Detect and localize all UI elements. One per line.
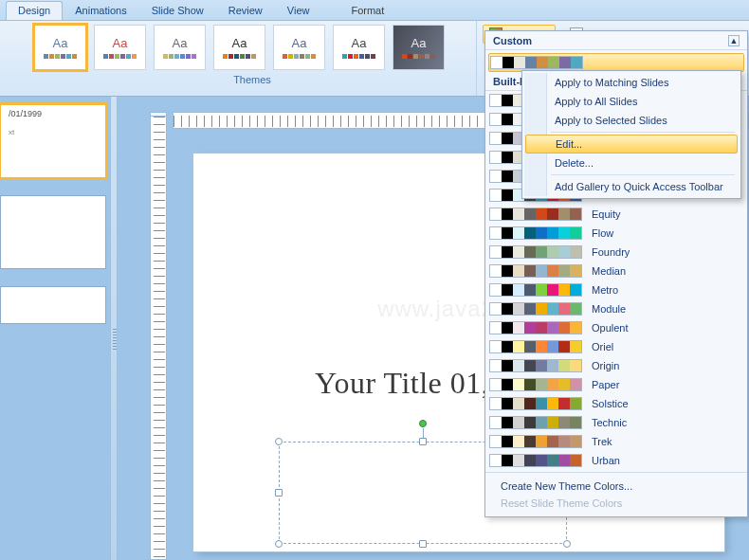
scheme-swatches <box>489 302 582 316</box>
theme-tile[interactable]: Aa <box>34 25 86 70</box>
scheme-swatches <box>489 264 582 278</box>
scheme-swatches <box>489 283 582 297</box>
scheme-name: Technic <box>592 417 627 428</box>
scheme-swatches <box>489 435 582 448</box>
tab-slideshow[interactable]: Slide Show <box>139 1 216 20</box>
color-scheme-row[interactable]: Paper <box>485 375 747 394</box>
ctx-add-qat[interactable]: Add Gallery to Quick Access Toolbar <box>524 177 739 196</box>
scheme-swatches <box>489 208 582 221</box>
resize-handle[interactable] <box>275 540 283 548</box>
tab-animations[interactable]: Animations <box>63 1 138 20</box>
scheme-name: Origin <box>592 360 619 371</box>
thumb-text: xt <box>9 128 105 136</box>
theme-tile[interactable]: Aa <box>393 25 445 70</box>
resize-handle[interactable] <box>419 438 427 445</box>
theme-aa: Aa <box>53 36 68 50</box>
scheme-swatches <box>489 340 582 353</box>
theme-aa: Aa <box>352 36 367 50</box>
theme-gallery[interactable]: Aa Aa Aa Aa Aa Aa Aa <box>34 25 470 70</box>
tab-design[interactable]: Design <box>6 1 63 20</box>
tab-view[interactable]: View <box>275 1 322 20</box>
ribbon-tabs: Design Animations Slide Show Review View… <box>0 0 749 21</box>
scheme-swatches <box>489 245 582 259</box>
scheme-swatches <box>489 359 582 372</box>
reset-slide-theme-colors: Reset Slide Theme Colors <box>493 495 740 512</box>
slide-title[interactable]: Your Title 01, <box>315 366 489 401</box>
color-scheme-row[interactable]: Median <box>485 262 747 280</box>
panel-section-custom: Custom ▲ <box>485 31 747 50</box>
scheme-name: Oriel <box>592 341 613 352</box>
scroll-up-icon[interactable]: ▲ <box>728 35 740 46</box>
slide-thumbnail[interactable] <box>0 286 106 324</box>
context-menu: Apply to Matching Slides Apply to All Sl… <box>521 70 741 199</box>
slide-thumbnail[interactable]: /01/1999 xt <box>0 104 106 178</box>
ctx-apply-all[interactable]: Apply to All Slides <box>524 92 739 111</box>
resize-handle[interactable] <box>275 489 283 497</box>
scheme-name: Paper <box>592 379 619 390</box>
themes-group-label: Themes <box>34 74 470 85</box>
scheme-name: Median <box>592 265 626 277</box>
create-new-theme-colors[interactable]: Create New Theme Colors... <box>493 478 740 495</box>
theme-tile[interactable]: Aa <box>154 25 206 70</box>
ctx-edit[interactable]: Edit... <box>525 135 738 154</box>
scheme-swatches <box>489 378 582 391</box>
color-scheme-row[interactable]: Technic <box>485 413 747 432</box>
resize-handle[interactable] <box>419 540 427 548</box>
theme-aa: Aa <box>292 36 307 50</box>
scheme-name: Trek <box>592 436 612 447</box>
scheme-swatches <box>489 397 582 410</box>
vertical-ruler <box>150 116 167 560</box>
resize-handle[interactable] <box>275 438 283 445</box>
scheme-swatches <box>489 416 582 429</box>
scheme-name: Urban <box>592 455 620 466</box>
scheme-name: Metro <box>592 284 618 296</box>
scheme-name: Flow <box>592 227 613 239</box>
slide-thumbnail[interactable] <box>0 195 106 269</box>
color-scheme-row[interactable] <box>488 53 744 72</box>
color-scheme-row[interactable]: Trek <box>485 432 747 451</box>
theme-tile[interactable]: Aa <box>94 25 146 70</box>
color-scheme-row[interactable]: Foundry <box>485 243 747 262</box>
color-scheme-row[interactable]: Metro <box>485 280 747 299</box>
rotate-handle[interactable] <box>419 420 427 427</box>
scheme-name: Equity <box>592 208 621 220</box>
themes-group: Aa Aa Aa Aa Aa Aa Aa Themes <box>0 21 476 96</box>
menu-separator <box>551 132 735 133</box>
ctx-delete[interactable]: Delete... <box>524 154 739 172</box>
theme-aa: Aa <box>232 36 247 50</box>
theme-aa: Aa <box>173 36 188 50</box>
color-scheme-row[interactable]: Module <box>485 299 747 318</box>
panel-footer: Create New Theme Colors... Reset Slide T… <box>485 472 747 516</box>
color-scheme-row[interactable]: Equity <box>485 205 747 224</box>
theme-aa: Aa <box>113 36 128 50</box>
scheme-name: Module <box>592 303 626 315</box>
slide-thumbnails: /01/1999 xt <box>0 104 110 341</box>
scheme-name: Solstice <box>592 398 629 409</box>
scheme-swatches <box>489 454 582 467</box>
resize-handle[interactable] <box>563 540 571 548</box>
scheme-swatches <box>489 226 582 240</box>
menu-separator <box>551 174 735 175</box>
theme-aa: Aa <box>411 36 427 50</box>
color-scheme-row[interactable]: Oriel <box>485 337 747 356</box>
scheme-name: Opulent <box>592 322 629 334</box>
color-scheme-row[interactable]: Solstice <box>485 394 747 413</box>
theme-tile[interactable]: Aa <box>333 25 385 70</box>
theme-tile[interactable]: Aa <box>213 25 265 70</box>
section-label: Custom <box>493 35 532 46</box>
scheme-name: Foundry <box>592 246 630 258</box>
pane-splitter[interactable] <box>110 97 118 560</box>
tab-format[interactable]: Format <box>338 1 396 20</box>
scheme-swatches <box>490 56 583 69</box>
color-scheme-row[interactable]: Origin <box>485 356 747 375</box>
color-scheme-row[interactable]: Flow <box>485 224 747 243</box>
thumb-title: /01/1999 <box>9 109 105 118</box>
theme-tile[interactable]: Aa <box>273 25 325 70</box>
color-scheme-row[interactable]: Opulent <box>485 318 747 337</box>
tab-review[interactable]: Review <box>216 1 275 20</box>
color-scheme-row[interactable]: Urban <box>485 451 747 470</box>
scheme-swatches <box>489 321 582 334</box>
ctx-apply-selected[interactable]: Apply to Selected Slides <box>524 111 739 130</box>
ctx-apply-matching[interactable]: Apply to Matching Slides <box>524 73 739 92</box>
